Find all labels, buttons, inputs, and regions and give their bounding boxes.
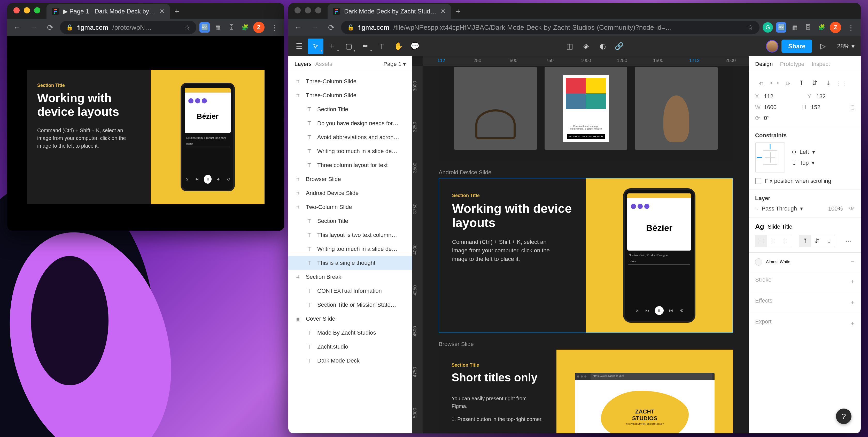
layer-item[interactable]: ⌗Two-Column Slide bbox=[288, 200, 412, 214]
align-h-center-icon[interactable]: ⟷ bbox=[769, 77, 780, 89]
collaborator-avatar[interactable] bbox=[766, 40, 778, 53]
add-export-icon[interactable]: + bbox=[851, 320, 855, 328]
share-button[interactable]: Share bbox=[781, 39, 812, 53]
component-tool-icon[interactable]: ◈ bbox=[579, 38, 594, 54]
hand-tool[interactable]: ✋ bbox=[391, 38, 406, 54]
present-button[interactable]: ▷ bbox=[815, 38, 831, 54]
layer-item[interactable]: TSection Title or Mission State… bbox=[288, 298, 412, 312]
layer-item[interactable]: TWriting too much in a slide de… bbox=[288, 144, 412, 158]
align-left-icon[interactable]: ⟤ bbox=[755, 77, 767, 89]
minimize-window-icon[interactable] bbox=[305, 7, 311, 13]
add-effect-icon[interactable]: + bbox=[851, 299, 855, 307]
reload-button[interactable]: ⟳ bbox=[324, 21, 338, 34]
design-tab[interactable]: Design bbox=[755, 61, 773, 67]
maximize-window-icon[interactable] bbox=[315, 7, 321, 13]
extension-icon[interactable]: ▦ bbox=[789, 22, 800, 33]
bookmark-icon[interactable]: ☆ bbox=[747, 24, 753, 32]
new-tab-button[interactable]: + bbox=[451, 4, 465, 19]
comment-tool[interactable]: 💬 bbox=[407, 38, 423, 54]
back-button[interactable]: ← bbox=[10, 21, 24, 34]
browser-slide-frame[interactable]: Section Title Short titles only You can … bbox=[439, 350, 733, 433]
align-right-icon[interactable]: ⟥ bbox=[782, 77, 794, 89]
add-stroke-icon[interactable]: + bbox=[851, 278, 855, 286]
blend-mode-select[interactable]: Pass Through ▾ bbox=[762, 205, 825, 212]
constrain-proportions-icon[interactable]: ⬚ bbox=[849, 104, 855, 111]
frame-label[interactable]: Browser Slide bbox=[439, 341, 733, 348]
layer-item[interactable]: TWriting too much in a slide de… bbox=[288, 242, 412, 256]
extensions-icon[interactable]: 🧩 bbox=[816, 22, 827, 33]
layer-item[interactable]: ⌗Three-Column Slide bbox=[288, 75, 412, 88]
text-align-middle-icon[interactable]: ⇵ bbox=[811, 235, 823, 247]
text-align-right-icon[interactable]: ≡ bbox=[779, 235, 791, 247]
layer-list[interactable]: ⌗Three-Column Slide⌗Three-Column SlideTS… bbox=[288, 72, 412, 433]
text-tool[interactable]: T bbox=[374, 38, 390, 54]
horizontal-constraint-select[interactable]: ↦Left ▾ bbox=[792, 149, 815, 155]
mask-tool-icon[interactable]: ◐ bbox=[595, 38, 611, 54]
three-column-frame[interactable]: FULLTIMEYOU Personal brand strategy,life… bbox=[439, 66, 733, 162]
layers-tab[interactable]: Layers bbox=[294, 61, 315, 67]
opacity-field[interactable]: 100% bbox=[828, 205, 843, 212]
profile-avatar[interactable]: Z bbox=[830, 22, 841, 33]
layer-item[interactable]: TThree column layout for text bbox=[288, 158, 412, 172]
layer-item[interactable]: TMade By Zacht Studios bbox=[288, 326, 412, 340]
extension-icon[interactable]: 🗄 bbox=[803, 22, 813, 33]
layer-item[interactable]: ⌗Browser Slide bbox=[288, 172, 412, 186]
browser-tab[interactable]: Dark Mode Deck by Zacht Stud… ✕ bbox=[328, 4, 451, 19]
help-button[interactable]: ? bbox=[836, 409, 851, 424]
link-tool-icon[interactable]: 🔗 bbox=[612, 38, 627, 54]
align-top-icon[interactable]: ⤒ bbox=[796, 77, 807, 89]
address-bar[interactable]: 🔒 figma.com/proto/wpN… ☆ bbox=[60, 21, 196, 34]
page-selector[interactable]: Page 1 ▾ bbox=[383, 61, 406, 67]
vertical-constraint-select[interactable]: ↦Top ▾ bbox=[792, 159, 815, 166]
text-align-left-icon[interactable]: ≡ bbox=[755, 235, 767, 247]
layer-item[interactable]: TCONTEXTual Information bbox=[288, 284, 412, 298]
layer-item[interactable]: ⌗Three-Column Slide bbox=[288, 88, 412, 103]
layer-item[interactable]: TAvoid abbreviations and acron… bbox=[288, 130, 412, 144]
browser-tab[interactable]: ▶ Page 1 - Dark Mode Deck by… ✕ bbox=[46, 4, 170, 19]
close-window-icon[interactable] bbox=[294, 7, 301, 13]
remove-fill-icon[interactable]: − bbox=[851, 258, 855, 266]
text-style-name[interactable]: Slide Title bbox=[768, 224, 792, 230]
x-field[interactable]: X112 bbox=[755, 93, 802, 100]
layer-item[interactable]: TDark Mode Deck bbox=[288, 354, 412, 368]
reset-tool-icon[interactable]: ◫ bbox=[562, 38, 578, 54]
android-device-frame[interactable]: Section Title Working with device layout… bbox=[439, 178, 733, 333]
fill-swatch[interactable] bbox=[755, 258, 762, 266]
zoom-menu[interactable]: 28% ▾ bbox=[834, 43, 858, 50]
grammarly-extension-icon[interactable]: G bbox=[763, 22, 773, 33]
distribute-icon[interactable]: ⋮⋮ bbox=[836, 77, 847, 89]
constraint-widget[interactable] bbox=[755, 143, 785, 172]
height-field[interactable]: H152 bbox=[802, 104, 844, 111]
forward-button[interactable]: → bbox=[308, 21, 321, 34]
assets-tab[interactable]: Assets bbox=[315, 61, 336, 67]
y-field[interactable]: Y132 bbox=[808, 93, 855, 100]
forward-button[interactable]: → bbox=[27, 21, 40, 34]
canvas[interactable]: 11225050075010001250150017122000 3000325… bbox=[412, 56, 749, 433]
text-align-center-icon[interactable]: ≡ bbox=[767, 235, 779, 247]
reload-button[interactable]: ⟳ bbox=[43, 21, 57, 34]
canvas-viewport[interactable]: FULLTIMEYOU Personal brand strategy,life… bbox=[423, 66, 749, 433]
translate-extension-icon[interactable]: 🔤 bbox=[776, 22, 786, 33]
extensions-icon[interactable]: 🧩 bbox=[240, 22, 250, 33]
align-v-center-icon[interactable]: ⇵ bbox=[809, 77, 821, 89]
close-tab-icon[interactable]: ✕ bbox=[440, 8, 445, 15]
layer-item[interactable]: TDo you have design needs for… bbox=[288, 116, 412, 130]
move-tool[interactable] bbox=[308, 38, 323, 54]
layer-item[interactable]: TSection Title bbox=[288, 214, 412, 228]
layer-item[interactable]: ⌗Android Device Slide bbox=[288, 186, 412, 200]
minimize-window-icon[interactable] bbox=[24, 7, 30, 13]
chrome-menu-icon[interactable]: ⋮ bbox=[268, 21, 281, 34]
chrome-menu-icon[interactable]: ⋮ bbox=[844, 21, 858, 34]
back-button[interactable]: ← bbox=[291, 21, 305, 34]
address-bar[interactable]: 🔒 figma.com/file/wpNPespplxt44cpHfMJBAC/… bbox=[341, 21, 760, 34]
visibility-icon[interactable]: 👁 bbox=[849, 205, 855, 212]
rotation-field[interactable]: ⟳0° bbox=[755, 115, 855, 121]
text-align-top-icon[interactable]: ⤒ bbox=[799, 235, 811, 247]
close-tab-icon[interactable]: ✕ bbox=[159, 8, 164, 15]
frame-tool[interactable]: ⌗ bbox=[324, 38, 340, 54]
fix-position-checkbox[interactable]: Fix position when scrolling bbox=[755, 178, 855, 184]
fill-name[interactable]: Almost White bbox=[766, 260, 790, 264]
bookmark-icon[interactable]: ☆ bbox=[184, 24, 190, 32]
text-options-icon[interactable]: ⋯ bbox=[843, 235, 855, 247]
translate-extension-icon[interactable]: 🔤 bbox=[199, 22, 210, 33]
